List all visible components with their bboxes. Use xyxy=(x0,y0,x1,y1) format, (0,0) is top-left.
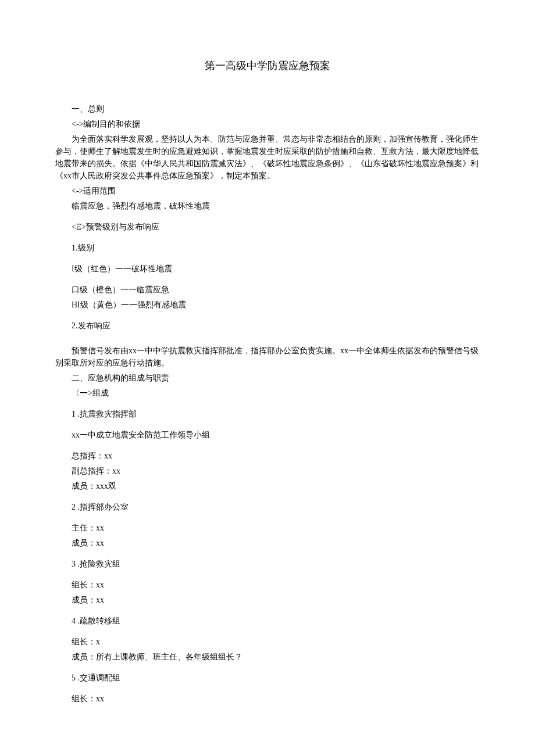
personnel-line: 组长：xx xyxy=(55,579,480,591)
personnel-line: 组长：xx xyxy=(55,693,480,705)
group-title: 5 .交通调配组 xyxy=(55,672,480,684)
personnel-line: 总指挥：xx xyxy=(55,450,480,462)
body-paragraph: 预警信号发布由xx一中中学抗震救灾指挥部批准，指挥部办公室负责实施。xx一中全体… xyxy=(55,345,480,369)
subsection-heading: 〈一>组成 xyxy=(55,387,480,399)
list-item: 口级（橙色）一一临震应急 xyxy=(55,284,480,296)
list-item: HI级（黄色）一一强烈有感地震 xyxy=(55,299,480,311)
personnel-line: 成员：xx xyxy=(55,594,480,606)
subsection-heading: <->编制目的和依据 xyxy=(55,118,480,130)
section-heading: 一、总则 xyxy=(55,103,480,115)
body-paragraph: 临震应急，强烈有感地震，破坏性地震 xyxy=(55,200,480,212)
group-title: 3 .抢险救灾组 xyxy=(55,558,480,570)
list-item: I级（红色）一一破坏性地震 xyxy=(55,263,480,275)
personnel-line: 成员：xx xyxy=(55,537,480,549)
personnel-line: 组长：x xyxy=(55,636,480,648)
group-title: 4 .疏散转移组 xyxy=(55,615,480,627)
personnel-line: 成员：所有上课教师、班主任、各年级组组长？ xyxy=(55,651,480,663)
body-paragraph: xx一中成立地震安全防范工作领导小组 xyxy=(55,429,480,441)
list-heading: 2.发布响应 xyxy=(55,320,480,332)
group-title: 2 .指挥部办公室 xyxy=(55,501,480,513)
body-paragraph: 为全面落实科学发展观，坚持以人为本、防范与应急并重、常态与非常态相结合的原则，加… xyxy=(55,133,480,182)
subsection-heading: <->适用范围 xyxy=(55,185,480,197)
document-page: 第一高级中学防震应急预案 一、总则 <->编制目的和依据 为全面落实科学发展观，… xyxy=(0,0,535,756)
page-title: 第一高级中学防震应急预案 xyxy=(55,58,480,74)
list-heading: 1.级别 xyxy=(55,242,480,254)
subsection-heading: <Ξ>预警级别与发布响应 xyxy=(55,221,480,233)
personnel-line: 主任：xx xyxy=(55,522,480,534)
personnel-line: 副总指挥：xx xyxy=(55,465,480,477)
personnel-line: 成员：xxx双 xyxy=(55,480,480,492)
group-title: 1 .抗震救灾指挥部 xyxy=(55,408,480,420)
section-heading: 二、应急机构的组成与职责 xyxy=(55,372,480,384)
